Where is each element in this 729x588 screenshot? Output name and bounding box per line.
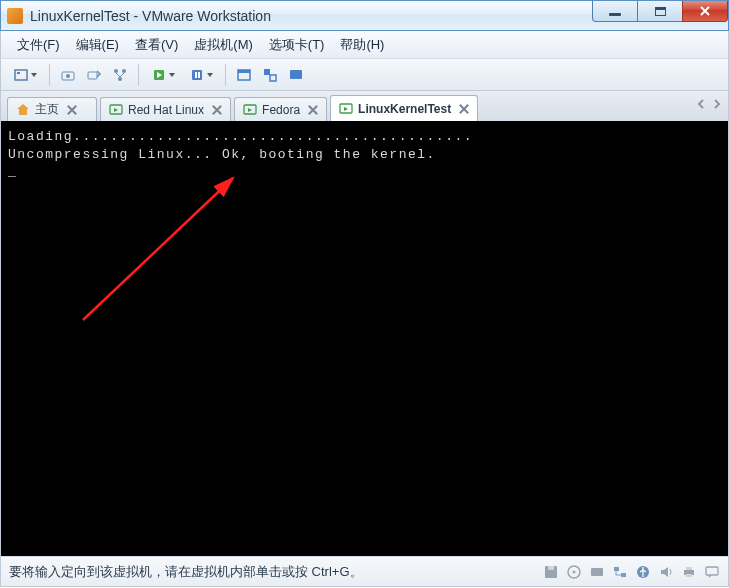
tab-fedora[interactable]: Fedora	[234, 97, 327, 121]
sound-icon[interactable]	[658, 564, 674, 580]
status-text: 要将输入定向到该虚拟机，请在虚拟机内部单击或按 Ctrl+G。	[9, 563, 363, 581]
power-icon	[151, 67, 167, 83]
svg-rect-16	[290, 70, 302, 79]
console-view-button[interactable]	[284, 63, 308, 87]
vm-icon	[339, 102, 353, 116]
tab-close-button[interactable]	[457, 102, 471, 116]
svg-point-5	[114, 69, 118, 73]
snapshot-button[interactable]	[56, 63, 80, 87]
close-button[interactable]	[682, 1, 728, 22]
cdrom-icon[interactable]	[566, 564, 582, 580]
close-icon	[699, 5, 711, 17]
status-bar: 要将输入定向到该虚拟机，请在虚拟机内部单击或按 Ctrl+G。	[0, 556, 729, 587]
tab-label: Red Hat Linux	[128, 103, 204, 117]
svg-rect-31	[686, 567, 692, 570]
close-icon	[65, 103, 79, 117]
unity-icon	[262, 67, 278, 83]
window-controls	[593, 1, 728, 22]
maximize-button[interactable]	[637, 1, 683, 22]
tab-label: LinuxKernelTest	[358, 102, 451, 116]
close-icon	[210, 103, 224, 117]
console-view-icon	[288, 67, 304, 83]
tab-close-button[interactable]	[306, 103, 320, 117]
tab-prev-button[interactable]	[696, 97, 706, 111]
title-bar: LinuxKernelTest - VMware Workstation	[0, 0, 729, 31]
svg-rect-11	[198, 72, 200, 78]
svg-point-3	[66, 74, 70, 78]
svg-rect-4	[88, 72, 97, 79]
close-icon	[457, 102, 471, 116]
svg-rect-10	[195, 72, 197, 78]
snapshot-revert-icon	[86, 67, 102, 83]
svg-rect-15	[270, 75, 276, 81]
svg-rect-22	[548, 566, 554, 570]
snapshot-icon	[60, 67, 76, 83]
suspend-button[interactable]	[183, 63, 219, 87]
svg-rect-28	[621, 573, 626, 577]
svg-point-26	[600, 571, 602, 573]
status-icons	[543, 564, 720, 580]
svg-rect-13	[238, 70, 250, 73]
minimize-button[interactable]	[592, 1, 638, 22]
menu-help[interactable]: 帮助(H)	[332, 33, 392, 57]
menu-file[interactable]: 文件(F)	[9, 33, 68, 57]
vm-icon	[243, 103, 257, 117]
tab-home[interactable]: 主页	[7, 97, 97, 121]
tab-red-hat-linux[interactable]: Red Hat Linux	[100, 97, 231, 121]
menu-edit[interactable]: 编辑(E)	[68, 33, 127, 57]
tab-next-button[interactable]	[712, 97, 722, 111]
hdd-icon[interactable]	[589, 564, 605, 580]
close-icon	[306, 103, 320, 117]
usb-icon[interactable]	[635, 564, 651, 580]
console-area[interactable]: Loading.................................…	[0, 121, 729, 556]
menu-vm[interactable]: 虚拟机(M)	[186, 33, 261, 57]
svg-point-24	[573, 570, 576, 573]
snapshot-manage-button[interactable]	[108, 63, 132, 87]
message-icon[interactable]	[704, 564, 720, 580]
tab-label: Fedora	[262, 103, 300, 117]
tab-close-button[interactable]	[210, 103, 224, 117]
tab-close-button[interactable]	[65, 103, 79, 117]
svg-point-7	[118, 77, 122, 81]
library-button[interactable]	[7, 63, 43, 87]
fullscreen-button[interactable]	[232, 63, 256, 87]
home-icon	[16, 103, 30, 117]
svg-point-6	[122, 69, 126, 73]
tab-label: 主页	[35, 101, 59, 118]
printer-icon[interactable]	[681, 564, 697, 580]
annotation-arrow	[78, 170, 248, 330]
tab-bar: 主页 Red Hat Linux Fedora LinuxKernelTest	[0, 91, 729, 121]
menu-bar: 文件(F) 编辑(E) 查看(V) 虚拟机(M) 选项卡(T) 帮助(H)	[0, 31, 729, 58]
suspend-icon	[189, 67, 205, 83]
svg-rect-1	[17, 72, 20, 74]
network-icon[interactable]	[612, 564, 628, 580]
tab-linuxkerneltest[interactable]: LinuxKernelTest	[330, 95, 478, 121]
svg-rect-32	[686, 574, 692, 577]
window-title: LinuxKernelTest - VMware Workstation	[30, 8, 271, 24]
svg-line-20	[83, 178, 233, 320]
tab-nav	[696, 97, 722, 111]
power-button[interactable]	[145, 63, 181, 87]
menu-view[interactable]: 查看(V)	[127, 33, 186, 57]
svg-rect-27	[614, 567, 619, 571]
fullscreen-icon	[236, 67, 252, 83]
menu-tabs[interactable]: 选项卡(T)	[261, 33, 333, 57]
library-icon	[13, 67, 29, 83]
floppy-icon[interactable]	[543, 564, 559, 580]
toolbar	[0, 58, 729, 91]
console-output: Loading.................................…	[8, 128, 721, 549]
app-icon	[7, 8, 23, 24]
svg-rect-33	[706, 567, 718, 575]
unity-button[interactable]	[258, 63, 282, 87]
snapshot-revert-button[interactable]	[82, 63, 106, 87]
svg-rect-0	[15, 70, 27, 80]
svg-rect-14	[264, 69, 270, 75]
vm-icon	[109, 103, 123, 117]
snapshot-manage-icon	[112, 67, 128, 83]
